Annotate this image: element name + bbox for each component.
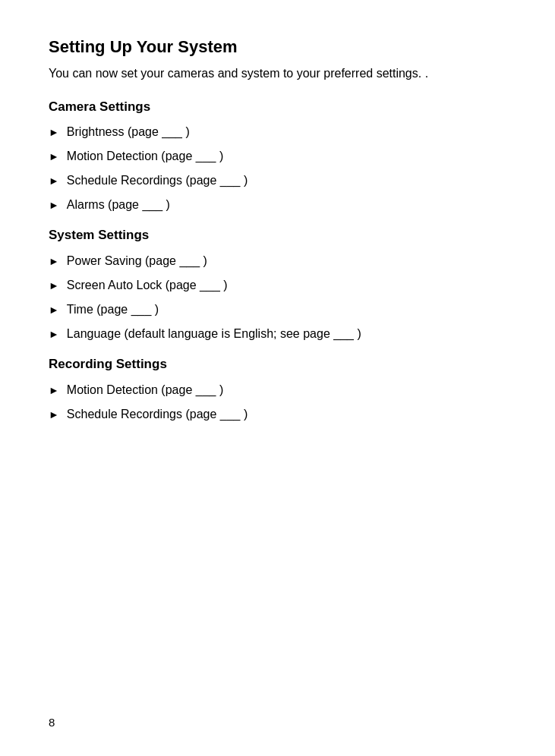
- list-item-text: Time (page ___ ): [67, 301, 159, 319]
- bullet-icon: ►: [49, 197, 59, 213]
- list-item: ► Schedule Recordings (page ___ ): [49, 405, 506, 424]
- page-title: Setting Up Your System: [49, 36, 506, 58]
- bullet-icon: ►: [49, 124, 59, 140]
- list-item: ► Brightness (page ___ ): [49, 123, 506, 141]
- list-item: ► Language (default language is English;…: [49, 325, 506, 343]
- bullet-icon: ►: [49, 173, 59, 189]
- list-item: ► Time (page ___ ): [49, 301, 506, 319]
- list-item: ► Power Saving (page ___ ): [49, 252, 506, 270]
- bullet-icon: ►: [49, 407, 59, 423]
- list-item-text: Screen Auto Lock (page ___ ): [67, 276, 228, 295]
- bullet-icon: ►: [49, 149, 59, 165]
- list-item: ► Motion Detection (page ___ ): [49, 147, 506, 165]
- list-item: ► Screen Auto Lock (page ___ ): [49, 276, 506, 295]
- bullet-icon: ►: [49, 326, 59, 342]
- page-number: 8: [49, 716, 55, 729]
- page-container: Setting Up Your System You can now set y…: [0, 0, 555, 472]
- list-item-text: Brightness (page ___ ): [67, 123, 190, 141]
- bullet-icon: ►: [49, 254, 59, 269]
- list-item-text: Schedule Recordings (page ___ ): [67, 172, 248, 190]
- recording-settings-heading: Recording Settings: [49, 355, 506, 373]
- list-item-text: Power Saving (page ___ ): [67, 252, 207, 270]
- list-item-text: Motion Detection (page ___ ): [67, 147, 223, 165]
- camera-settings-list: ► Brightness (page ___ ) ► Motion Detect…: [49, 123, 506, 214]
- bullet-icon: ►: [49, 278, 59, 294]
- camera-settings-heading: Camera Settings: [49, 98, 506, 116]
- recording-settings-list: ► Motion Detection (page ___ ) ► Schedul…: [49, 381, 506, 424]
- bullet-icon: ►: [49, 302, 59, 318]
- list-item-text: Language (default language is English; s…: [67, 325, 361, 343]
- list-item: ► Schedule Recordings (page ___ ): [49, 172, 506, 190]
- list-item-text: Alarms (page ___ ): [67, 196, 170, 214]
- list-item: ► Motion Detection (page ___ ): [49, 381, 506, 399]
- system-settings-list: ► Power Saving (page ___ ) ► Screen Auto…: [49, 252, 506, 343]
- intro-text: You can now set your cameras and system …: [49, 65, 506, 83]
- list-item-text: Schedule Recordings (page ___ ): [67, 405, 248, 424]
- bullet-icon: ►: [49, 383, 59, 398]
- system-settings-heading: System Settings: [49, 226, 506, 244]
- list-item-text: Motion Detection (page ___ ): [67, 381, 223, 399]
- list-item: ► Alarms (page ___ ): [49, 196, 506, 214]
